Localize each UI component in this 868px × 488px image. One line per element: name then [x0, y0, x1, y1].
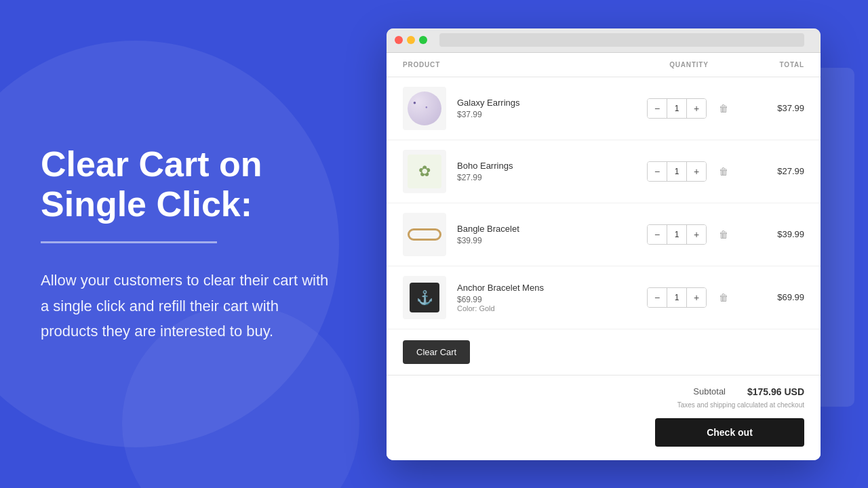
qty-value-1: 1: [667, 99, 687, 118]
item-quantity-4: − 1 + 🗑: [635, 287, 743, 308]
qty-value-4: 1: [667, 288, 687, 307]
item-color-4: Color: Gold: [457, 304, 635, 312]
qty-control-2: − 1 +: [647, 161, 707, 182]
item-price-4: $69.99: [457, 295, 635, 304]
checkout-button[interactable]: Check out: [655, 418, 804, 447]
description: Allow your customers to clear their cart…: [41, 268, 339, 344]
col-header-product: PRODUCT: [403, 61, 635, 68]
item-total-4: $69.99: [743, 292, 804, 302]
left-panel: Clear Cart on Single Click: Allow your c…: [0, 0, 380, 488]
item-price-2: $27.99: [457, 173, 635, 182]
tax-note: Taxes and shipping calculated at checkou…: [403, 401, 804, 409]
product-thumbnail-boho: ✿: [408, 155, 441, 188]
item-image-2: ✿: [403, 150, 446, 193]
product-thumbnail-galaxy: [408, 92, 441, 125]
item-price-3: $39.99: [457, 236, 635, 245]
minimize-icon[interactable]: [407, 36, 415, 44]
item-info-2: Boho Earrings $27.99: [457, 161, 635, 182]
browser-titlebar: [387, 28, 821, 53]
cart-footer: Clear Cart: [387, 329, 821, 375]
main-heading: Clear Cart on Single Click:: [41, 144, 339, 226]
qty-increase-4[interactable]: +: [687, 288, 706, 307]
product-thumbnail-anchor: ⚓: [410, 283, 439, 312]
qty-increase-1[interactable]: +: [687, 99, 706, 118]
cart-header: PRODUCT QUANTITY TOTAL: [387, 53, 821, 77]
qty-control-1: − 1 +: [647, 98, 707, 119]
item-name-3: Bangle Bracelet: [457, 224, 635, 234]
item-info-1: Galaxy Earrings $37.99: [457, 98, 635, 119]
qty-increase-3[interactable]: +: [687, 225, 706, 244]
item-name-1: Galaxy Earrings: [457, 98, 635, 108]
heading-divider: [41, 241, 217, 243]
address-bar[interactable]: [439, 33, 804, 47]
delete-item-3[interactable]: 🗑: [716, 226, 731, 243]
qty-decrease-4[interactable]: −: [648, 288, 667, 307]
table-row: ✿ Boho Earrings $27.99 − 1 + 🗑 $27.99: [387, 140, 821, 203]
qty-decrease-2[interactable]: −: [648, 162, 667, 181]
item-quantity-3: − 1 + 🗑: [635, 224, 743, 245]
cart-content: PRODUCT QUANTITY TOTAL Galaxy Earrings $…: [387, 53, 821, 460]
qty-control-4: − 1 +: [647, 287, 707, 308]
item-info-3: Bangle Bracelet $39.99: [457, 224, 635, 245]
qty-value-3: 1: [667, 225, 687, 244]
subtotal-value: $175.96 USD: [736, 386, 804, 397]
col-header-quantity: QUANTITY: [635, 61, 743, 68]
item-quantity-1: − 1 + 🗑: [635, 98, 743, 119]
right-panel: PRODUCT QUANTITY TOTAL Galaxy Earrings $…: [353, 0, 868, 488]
item-image-3: [403, 213, 446, 256]
item-name-4: Anchor Bracelet Mens: [457, 283, 635, 293]
col-header-total: TOTAL: [743, 61, 804, 68]
qty-increase-2[interactable]: +: [687, 162, 706, 181]
close-icon[interactable]: [395, 36, 403, 44]
table-row: Bangle Bracelet $39.99 − 1 + 🗑 $39.99: [387, 203, 821, 266]
maximize-icon[interactable]: [419, 36, 427, 44]
item-total-1: $37.99: [743, 103, 804, 113]
qty-value-2: 1: [667, 162, 687, 181]
item-image-4: ⚓: [403, 276, 446, 319]
subtotal-row: Subtotal $175.96 USD: [403, 386, 804, 397]
product-thumbnail-bangle: [408, 228, 441, 241]
qty-decrease-3[interactable]: −: [648, 225, 667, 244]
item-image-1: [403, 87, 446, 130]
item-total-3: $39.99: [743, 229, 804, 239]
clear-cart-button[interactable]: Clear Cart: [403, 340, 470, 364]
table-row: ⚓ Anchor Bracelet Mens $69.99 Color: Gol…: [387, 266, 821, 329]
subtotal-label: Subtotal: [693, 386, 726, 396]
delete-item-4[interactable]: 🗑: [716, 289, 731, 306]
item-price-1: $37.99: [457, 110, 635, 119]
item-info-4: Anchor Bracelet Mens $69.99 Color: Gold: [457, 283, 635, 312]
delete-item-2[interactable]: 🗑: [716, 163, 731, 180]
heading-line2: Single Click:: [41, 184, 252, 224]
delete-item-1[interactable]: 🗑: [716, 100, 731, 117]
item-total-2: $27.99: [743, 166, 804, 176]
item-quantity-2: − 1 + 🗑: [635, 161, 743, 182]
item-name-2: Boho Earrings: [457, 161, 635, 171]
heading-line1: Clear Cart on: [41, 144, 262, 184]
qty-control-3: − 1 +: [647, 224, 707, 245]
browser-window: PRODUCT QUANTITY TOTAL Galaxy Earrings $…: [387, 28, 821, 460]
subtotal-area: Subtotal $175.96 USD Taxes and shipping …: [387, 375, 821, 460]
table-row: Galaxy Earrings $37.99 − 1 + 🗑 $37.99: [387, 77, 821, 140]
qty-decrease-1[interactable]: −: [648, 99, 667, 118]
